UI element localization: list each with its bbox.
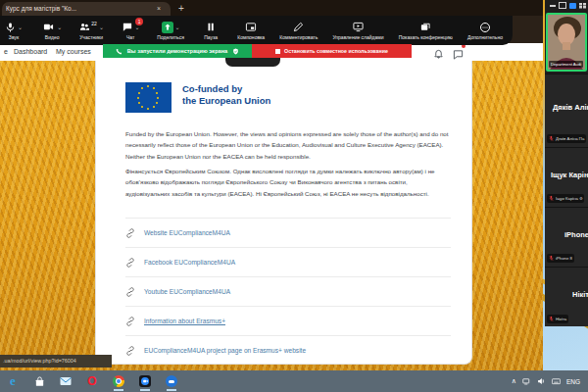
participant-tile[interactable]: Іщук Каріна Іщук Каріна Ф [545, 147, 588, 207]
annotate-button[interactable]: Комментировать [279, 21, 318, 40]
participant-tile[interactable]: Дяків Аліна Дяків Аліна Па [545, 74, 588, 147]
link-label[interactable]: EUComplianceM4UA project page on Erasmus… [144, 347, 306, 354]
video-button[interactable]: ⌄ Видео [40, 21, 64, 40]
desktop: Курс для магістрів "Ко... × + e Dashboar… [0, 0, 588, 392]
speaker-view-icon[interactable] [569, 3, 576, 9]
microphone-icon [5, 22, 16, 33]
network-icon[interactable] [522, 377, 531, 385]
nav-dashboard[interactable]: Dashboard [14, 43, 47, 61]
windows-taskbar: e O ∧ ENG [0, 370, 588, 392]
pause-icon [206, 22, 216, 32]
link-label[interactable]: Facebook EUComplianceM4UA [144, 259, 235, 266]
video-tile-label: Department Audi [549, 61, 583, 68]
phone-icon [116, 48, 122, 55]
link-row-youtube[interactable]: Youtube EUComplianceM4UA [125, 276, 451, 306]
chrome-taskbar-icon[interactable] [112, 374, 125, 388]
link-row-facebook[interactable]: Facebook EUComplianceM4UA [125, 247, 451, 276]
show-meeting-button[interactable]: Показать конференцию [399, 21, 453, 40]
layout-button[interactable]: Компоновка [237, 21, 265, 40]
eu-caption-line2: the European Union [182, 95, 270, 107]
participant-name: Іщук Каріна [551, 171, 588, 179]
running-indicator [114, 389, 123, 391]
participants-button[interactable]: 22⌄ Участники [78, 21, 104, 40]
messages-icon[interactable] [453, 46, 464, 57]
keyboard-icon[interactable] [552, 377, 561, 385]
participants-icon [78, 22, 90, 32]
more-icon [479, 22, 491, 33]
chat-unread-badge: 1 [135, 18, 143, 25]
status-url-tooltip: .ua/mod/url/view.php?id=76004 [0, 355, 112, 368]
tab-close-icon[interactable]: × [157, 2, 161, 16]
tab-title: Курс для магістрів "Ко... [6, 5, 76, 12]
tray-expand-icon[interactable]: ∧ [512, 377, 516, 385]
blue-app-taskbar-icon[interactable] [165, 374, 178, 388]
participants-count: 22 [91, 21, 97, 26]
eu-cofunded-caption: Co-funded by the European Union [182, 83, 270, 107]
link-icon [125, 346, 135, 356]
gallery-view-icon[interactable] [579, 3, 586, 9]
camera-icon [42, 22, 55, 32]
language-indicator[interactable]: ENG [566, 378, 580, 385]
slides-icon [352, 22, 365, 32]
window-mode-icon[interactable] [559, 2, 566, 9]
stop-share-button[interactable]: Остановить совместное использование [252, 44, 412, 58]
course-page-background: Co-funded by the European Union Funded b… [0, 61, 543, 370]
minimize-icon[interactable] [550, 5, 556, 7]
opera-taskbar-icon[interactable]: O [85, 374, 99, 388]
participant-name: Нікіта [572, 290, 588, 299]
running-indicator [167, 389, 176, 391]
security-shield-icon [232, 48, 239, 55]
zoom-participants-panel: Department Audi Дяків Аліна Дяків Аліна … [545, 0, 588, 326]
chat-icon [122, 22, 133, 32]
stop-share-label: Остановить совместное использование [284, 48, 388, 54]
volume-icon[interactable] [537, 377, 546, 385]
link-label[interactable]: Youtube EUComplianceM4UA [144, 288, 230, 295]
chevron-down-icon: ⌄ [175, 24, 180, 30]
browser-tab[interactable]: Курс для магістрів "Ко... [2, 2, 171, 16]
link-icon [125, 287, 135, 297]
zoom-toolbar-handle[interactable] [225, 58, 280, 67]
muted-mic-icon [549, 255, 554, 262]
participant-tile[interactable]: iPhone iPhone 8 [545, 207, 588, 267]
store-taskbar-icon[interactable] [32, 374, 46, 388]
link-icon [125, 317, 135, 326]
chat-button[interactable]: ⌄ 1 Чат [119, 21, 142, 40]
participant-name: iPhone [564, 230, 588, 239]
link-label-hovered[interactable]: Information about Erasmus+ [144, 318, 225, 324]
participant-label: Дяків Аліна Па [547, 134, 586, 143]
participant-tile[interactable]: Нікіта Нікіта [545, 267, 588, 326]
participant-name: Дяків Аліна [553, 103, 588, 112]
link-label[interactable]: Website EUComplianceM4UA [144, 229, 230, 236]
nav-home-partial[interactable]: e [4, 43, 8, 61]
share-screen-button[interactable]: ⌄ Поделиться [157, 21, 184, 40]
sharing-banner-text: Вы запустили демонстрацию экрана [127, 48, 227, 54]
link-row-project-page[interactable]: EUComplianceM4UA project page on Erasmus… [125, 335, 451, 365]
slide-control-button[interactable]: Управление слайдами [332, 21, 383, 40]
link-icon [125, 228, 135, 238]
sharing-active-banner: Вы запустили демонстрацию экрана [103, 44, 252, 58]
layout-icon [245, 22, 257, 32]
participant-label: Нікіта [547, 315, 568, 323]
bell-icon[interactable] [433, 46, 444, 57]
link-row-erasmus-info[interactable]: Information about Erasmus+ [125, 306, 451, 335]
chevron-down-icon: ⌄ [99, 24, 104, 30]
more-button[interactable]: Дополнительно [467, 21, 503, 40]
new-tab-button[interactable]: + [178, 1, 184, 16]
muted-mic-icon [549, 135, 554, 142]
disclaimer-english: Funded by the European Union. However, t… [125, 128, 451, 162]
nav-my-courses[interactable]: My courses [56, 43, 91, 61]
edge-taskbar-icon[interactable]: e [6, 374, 20, 388]
eu-caption-line1: Co-funded by [182, 83, 270, 95]
link-row-website[interactable]: Website EUComplianceM4UA [125, 218, 451, 247]
browser-tab-bar: Курс для магістрів "Ко... × + [0, 0, 543, 16]
zoom-taskbar-icon[interactable] [138, 374, 152, 388]
pause-share-button[interactable]: Пауза [199, 21, 222, 40]
annotate-icon [293, 22, 304, 32]
mail-taskbar-icon[interactable] [59, 374, 73, 388]
participant-label: iPhone 8 [547, 254, 574, 263]
audio-button[interactable]: ⌄ Звук [2, 21, 25, 40]
video-tile-active-speaker[interactable]: Department Audi [546, 13, 587, 72]
show-meeting-icon [419, 22, 431, 32]
chevron-down-icon: ⌄ [57, 24, 62, 30]
chevron-down-icon: ⌄ [18, 24, 23, 30]
